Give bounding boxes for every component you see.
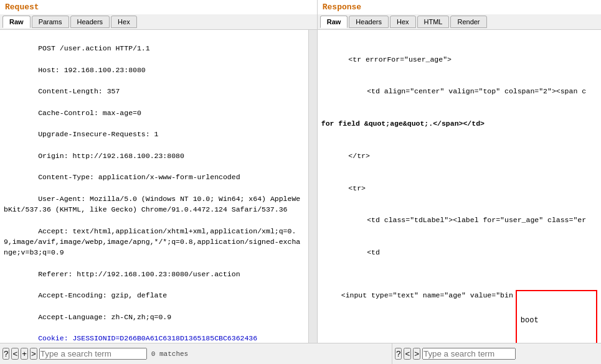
- response-title: Response: [318, 0, 601, 14]
- resp-line-3: for field &quot;age&quot;.</span></td>: [321, 118, 597, 129]
- tab-render-response[interactable]: Render: [450, 16, 486, 28]
- request-line-3: Content-Length: 357: [38, 87, 120, 95]
- search-input-right[interactable]: [422, 348, 516, 360]
- request-line-9: Accept: text/html,application/xhtml+xml,…: [4, 227, 300, 257]
- tab-params-request[interactable]: Params: [32, 16, 69, 28]
- request-line-1: POST /user.action HTTP/1.1: [38, 44, 149, 52]
- tab-hex-request[interactable]: Hex: [111, 16, 137, 28]
- tab-hex-response[interactable]: Hex: [390, 16, 416, 28]
- nav-prev-button[interactable]: <: [404, 348, 411, 360]
- request-line-6: Origin: http://192.168.100.23:8080: [38, 152, 184, 160]
- request-line-13: Cookie: JSESSIONID=D266B0A61C6318D136518…: [38, 334, 257, 342]
- response-content: <tr errorFor="user_age"> <td align="cent…: [318, 30, 601, 343]
- bottom-bar: ? < + > 0 matches ? < >: [0, 343, 601, 364]
- matches-count: 0 matches: [151, 350, 188, 358]
- prev-button[interactable]: <: [11, 348, 19, 360]
- resp-line-4: </tr>: [321, 151, 597, 161]
- help-button[interactable]: ?: [2, 348, 9, 360]
- dir-item-0: boot: [517, 314, 596, 327]
- resp-line-1: <tr errorFor="user_age">: [321, 54, 597, 65]
- request-line-2: Host: 192.168.100.23:8080: [38, 66, 146, 74]
- resp-line-6: <td class="tdLabel"><label for="user_age…: [321, 215, 597, 225]
- nav-next-button[interactable]: >: [413, 348, 420, 360]
- request-line-10: Referer: http://192.168.100.23:8080/user…: [38, 270, 240, 278]
- cookie-value: Cookie: JSESSIONID=D266B0A61C6318D136518…: [38, 334, 257, 342]
- response-tab-bar: Raw Headers Hex HTML Render: [318, 14, 601, 30]
- request-tab-bar: Raw Params Headers Hex: [0, 14, 317, 30]
- resp-line-5: <tr>: [321, 183, 597, 194]
- directory-listing-box: boot dev docker-java-home etc home lib l…: [516, 290, 597, 343]
- tab-raw-response[interactable]: Raw: [320, 16, 348, 28]
- next-button[interactable]: >: [30, 348, 37, 360]
- resp-line-2: <td align="center" valign="top" colspan=…: [321, 86, 597, 96]
- search-input-left[interactable]: [39, 348, 147, 360]
- request-line-12: Accept-Language: zh-CN,zh;q=0.9: [38, 313, 171, 321]
- tab-headers-response[interactable]: Headers: [349, 16, 389, 28]
- resp-input-line: <input type="text" name="age" value="bin: [321, 290, 513, 301]
- tab-headers-request[interactable]: Headers: [70, 16, 110, 28]
- request-line-8: User-Agent: Mozilla/5.0 (Windows NT 10.0…: [4, 195, 300, 213]
- request-line-7: Content-Type: application/x-www-form-url…: [38, 173, 240, 181]
- resp-line-7: <td: [321, 247, 597, 258]
- add-button[interactable]: +: [21, 348, 28, 360]
- request-title: Request: [0, 0, 317, 14]
- request-line-11: Accept-Encoding: gzip, deflate: [38, 291, 167, 299]
- bottom-bar-right: ? < >: [392, 343, 601, 364]
- tab-raw-request[interactable]: Raw: [2, 16, 31, 28]
- tab-html-response[interactable]: HTML: [417, 16, 450, 28]
- bottom-bar-left: ? < + > 0 matches: [0, 343, 392, 364]
- help-button-right[interactable]: ?: [395, 348, 402, 360]
- request-content: POST /user.action HTTP/1.1 Host: 192.168…: [0, 30, 308, 343]
- request-line-4: Cache-Control: max-age=0: [38, 109, 141, 117]
- request-line-5: Upgrade-Insecure-Requests: 1: [38, 130, 158, 138]
- request-scrollbar[interactable]: [308, 30, 317, 343]
